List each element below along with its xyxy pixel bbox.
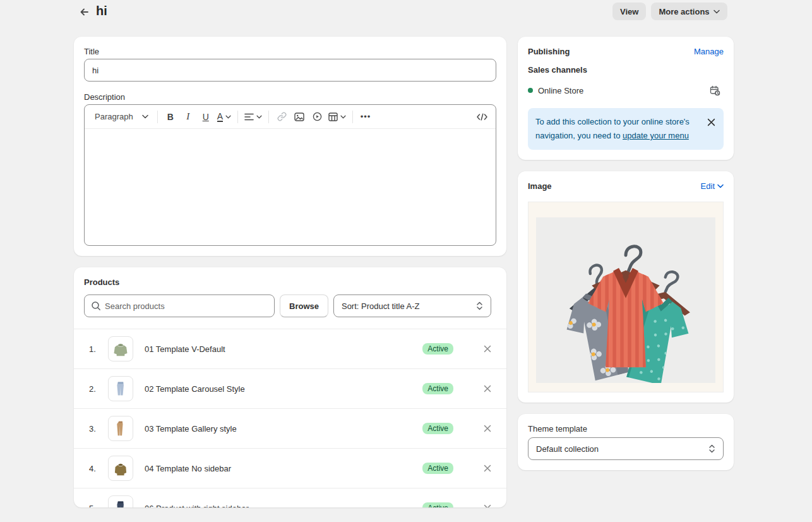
show-html-button[interactable] (473, 108, 491, 126)
status-badge: Active (422, 343, 453, 355)
remove-product-button[interactable] (479, 340, 496, 358)
product-thumbnail (108, 376, 133, 401)
products-card: Products Browse Sort: Product title A-Z (74, 267, 506, 507)
product-row: 4. 04 Template No sidebar Active (74, 448, 506, 488)
text-color-button[interactable]: A (215, 108, 234, 126)
row-index: 4. (89, 464, 108, 473)
insert-image-button[interactable] (290, 108, 308, 126)
view-button[interactable]: View (612, 3, 646, 20)
insert-link-button[interactable] (273, 108, 290, 126)
product-title: 01 Template V-Default (145, 344, 422, 354)
close-icon (484, 504, 491, 507)
calendar-clock-icon (710, 85, 720, 96)
status-badge: Active (422, 502, 453, 507)
channel-status-dot (528, 88, 533, 93)
remove-product-button[interactable] (479, 420, 496, 437)
text-color-icon: A (217, 112, 223, 122)
browse-button[interactable]: Browse (280, 294, 328, 317)
main-column: Title Description Paragraph B I U (74, 37, 506, 507)
page-header: hi View More actions (0, 0, 812, 25)
schedule-availability-button[interactable] (706, 82, 724, 99)
product-row: 2. 02 Template Carousel Style Active (74, 368, 506, 408)
shirts-illustration (536, 217, 715, 383)
toolbar-divider (157, 111, 158, 123)
product-title: 02 Template Carousel Style (145, 384, 422, 394)
image-heading: Image (528, 181, 552, 191)
code-icon (477, 113, 487, 121)
sales-channels-label: Sales channels (528, 65, 724, 75)
dismiss-banner-button[interactable] (702, 113, 720, 131)
products-toolbar: Browse Sort: Product title A-Z (74, 294, 506, 317)
back-button[interactable] (77, 4, 92, 20)
collection-image[interactable] (528, 202, 724, 392)
page-title: hi (96, 4, 107, 18)
manage-link[interactable]: Manage (694, 47, 724, 56)
product-search-field[interactable] (84, 294, 275, 317)
align-left-icon (244, 113, 254, 121)
italic-button[interactable]: I (179, 108, 197, 126)
publishing-card: Publishing Manage Sales channels Online … (518, 37, 734, 160)
close-icon (484, 464, 491, 472)
chevron-down-icon (256, 115, 262, 119)
remove-product-button[interactable] (479, 459, 496, 477)
row-index: 2. (89, 384, 108, 394)
sort-select[interactable]: Sort: Product title A-Z (333, 294, 491, 317)
theme-template-select[interactable]: Default collection (528, 437, 724, 460)
product-title: 03 Template Gallery style (145, 424, 422, 434)
status-badge: Active (422, 463, 453, 474)
sidebar-column: Publishing Manage Sales channels Online … (518, 37, 734, 482)
bold-button[interactable]: B (162, 108, 179, 126)
insert-table-button[interactable] (326, 108, 349, 126)
description-textarea[interactable] (85, 129, 496, 245)
close-icon (484, 425, 491, 432)
product-list: 1. 01 Template V-Default Active 2. 0 (74, 329, 506, 507)
status-badge: Active (422, 383, 453, 394)
description-label: Description (84, 92, 496, 102)
row-index: 5. (89, 504, 108, 508)
editor-toolbar: Paragraph B I U A (85, 105, 496, 129)
product-title: 04 Template No sidebar (145, 464, 422, 473)
channel-row: Online Store (528, 82, 724, 99)
remove-product-button[interactable] (479, 499, 496, 507)
products-heading: Products (84, 277, 496, 287)
image-icon (294, 112, 304, 121)
header-actions: View More actions (612, 3, 727, 20)
update-your-menu-link[interactable]: update your menu (623, 131, 689, 140)
underline-button[interactable]: U (197, 108, 215, 126)
row-index: 1. (89, 344, 108, 354)
more-actions-button[interactable]: More actions (651, 3, 727, 20)
remove-product-button[interactable] (479, 380, 496, 398)
product-row: 3. 03 Template Gallery style Active (74, 408, 506, 448)
chevron-down-icon (717, 184, 724, 188)
navigation-info-banner: To add this collection to your online st… (528, 108, 724, 150)
italic-icon: I (186, 111, 189, 122)
insert-video-button[interactable] (308, 108, 326, 126)
more-formatting-button[interactable]: ••• (357, 108, 374, 126)
publishing-heading: Publishing (528, 47, 570, 56)
title-label: Title (84, 47, 496, 56)
title-input[interactable] (84, 59, 496, 82)
toolbar-divider (237, 111, 238, 123)
theme-template-label: Theme template (528, 424, 724, 434)
product-title: 06 Product with right sidebar (145, 504, 422, 508)
table-icon (328, 112, 338, 121)
alignment-button[interactable] (242, 108, 265, 126)
paragraph-style-dropdown[interactable]: Paragraph (90, 108, 153, 126)
search-products-input[interactable] (105, 301, 268, 311)
bold-icon: B (167, 112, 174, 122)
status-badge: Active (422, 423, 453, 434)
product-row: 5. 06 Product with right sidebar Active (74, 488, 506, 507)
theme-template-card: Theme template Default collection (518, 414, 734, 470)
banner-message: To add this collection to your online st… (535, 115, 691, 143)
product-thumbnail (108, 336, 133, 361)
product-thumbnail (108, 456, 133, 481)
channel-name: Online Store (538, 86, 706, 95)
description-editor: Paragraph B I U A (84, 104, 496, 246)
close-icon (484, 345, 491, 353)
product-thumbnail (108, 495, 133, 507)
close-icon (707, 118, 715, 126)
chevron-down-icon (340, 115, 346, 119)
link-icon (277, 112, 287, 121)
row-index: 3. (89, 424, 108, 434)
edit-image-dropdown[interactable]: Edit (701, 181, 724, 191)
